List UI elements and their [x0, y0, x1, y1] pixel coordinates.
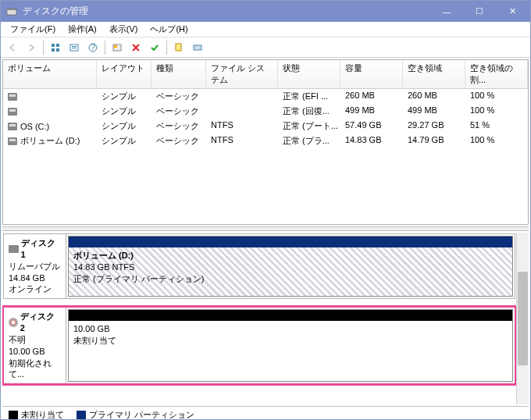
separator	[166, 41, 167, 55]
maximize-button[interactable]: ☐	[463, 1, 496, 22]
partition[interactable]: ボリューム (D:)14.83 GB NTFS正常 (プライマリ パーティション…	[68, 236, 513, 297]
col-type[interactable]: 種類	[151, 60, 206, 88]
disk-icon	[8, 137, 17, 145]
disk-row[interactable]: ディスク 1リムーバブル14.84 GBオンラインボリューム (D:)14.83…	[3, 233, 515, 299]
partition-body: ボリューム (D:)14.83 GB NTFS正常 (プライマリ パーティション…	[69, 247, 512, 296]
scrollbar[interactable]	[516, 233, 529, 404]
menubar: ファイル(F) 操作(A) 表示(V) ヘルプ(H)	[1, 22, 530, 37]
action1-button[interactable]	[170, 39, 187, 56]
table-row[interactable]: シンプルベーシック正常 (回復...499 MB499 MB100 %	[3, 104, 528, 119]
partition[interactable]: 10.00 GB未割り当て	[68, 309, 513, 382]
col-status[interactable]: 状態	[278, 60, 340, 88]
window-title: ディスクの管理	[23, 5, 430, 18]
svg-text:?: ?	[91, 42, 95, 52]
titlebar: ディスクの管理 — ☐ ✕	[1, 1, 530, 22]
minimize-button[interactable]: —	[430, 1, 463, 22]
disk-icon	[8, 108, 17, 116]
svg-rect-7	[72, 46, 77, 47]
legend: 未割り当て プライマリ パーティション	[2, 406, 529, 420]
disk-type-icon	[9, 245, 19, 253]
table-header: ボリューム レイアウト 種類 ファイル システム 状態 容量 空き領域 空き領域…	[3, 60, 528, 89]
svg-rect-3	[56, 44, 59, 47]
back-button	[4, 39, 21, 56]
legend-primary: プライマリ パーティション	[77, 409, 194, 420]
svg-rect-2	[52, 44, 55, 47]
col-capacity[interactable]: 容量	[340, 60, 403, 88]
table-row[interactable]: OS (C:)シンプルベーシックNTFS正常 (ブート...57.49 GB29…	[3, 119, 528, 133]
svg-rect-5	[56, 48, 59, 52]
volume-table[interactable]: ボリューム レイアウト 種類 ファイル システム 状態 容量 空き領域 空き領域…	[2, 59, 529, 225]
separator	[105, 41, 105, 55]
svg-rect-14	[194, 45, 201, 50]
legend-unallocated: 未割り当て	[9, 409, 64, 420]
svg-rect-12	[114, 45, 117, 48]
app-icon	[5, 5, 18, 18]
disk-info: ディスク 2不明10.00 GB初期化されて...	[4, 308, 66, 383]
svg-rect-13	[176, 44, 181, 51]
view-button[interactable]	[47, 39, 64, 56]
settings-button[interactable]	[109, 39, 126, 56]
disk-graphical-view: ディスク 1リムーバブル14.84 GBオンラインボリューム (D:)14.83…	[2, 233, 529, 404]
close-button[interactable]: ✕	[496, 1, 529, 22]
col-free[interactable]: 空き領域	[403, 60, 465, 88]
col-volume[interactable]: ボリューム	[3, 60, 97, 88]
separator	[43, 41, 44, 55]
partition-body: 10.00 GB未割り当て	[69, 321, 512, 381]
help2-button[interactable]: ?	[84, 39, 102, 56]
delete-button[interactable]	[127, 39, 144, 56]
col-freepct[interactable]: 空き領域の割...	[465, 60, 528, 88]
svg-rect-1	[7, 9, 16, 10]
check-button[interactable]	[146, 39, 163, 56]
disk-row[interactable]: ディスク 2不明10.00 GB初期化されて...10.00 GB未割り当て	[3, 307, 515, 384]
menu-file[interactable]: ファイル(F)	[4, 22, 62, 37]
scrollbar-thumb[interactable]	[518, 272, 528, 365]
col-layout[interactable]: レイアウト	[97, 60, 151, 88]
table-row[interactable]: シンプルベーシック正常 (EFI ...260 MB260 MB100 %	[3, 89, 528, 104]
refresh-button[interactable]	[66, 39, 83, 56]
partition-header	[69, 237, 512, 247]
disk-type-icon	[9, 318, 18, 327]
disk-info: ディスク 1リムーバブル14.84 GBオンライン	[4, 234, 66, 298]
table-row[interactable]: ボリューム (D:)シンプルベーシックNTFS正常 (プラ...14.83 GB…	[3, 133, 528, 148]
menu-view[interactable]: 表示(V)	[103, 22, 144, 37]
menu-action[interactable]: 操作(A)	[62, 22, 103, 37]
toolbar: ?	[1, 37, 530, 58]
disk-icon	[8, 93, 17, 101]
col-filesystem[interactable]: ファイル システム	[206, 60, 278, 88]
splitter[interactable]	[2, 226, 529, 231]
forward-button	[23, 39, 40, 56]
svg-rect-4	[52, 48, 55, 52]
action2-button[interactable]	[189, 39, 206, 56]
partition-header	[69, 310, 512, 321]
menu-help[interactable]: ヘルプ(H)	[144, 22, 194, 37]
disk-icon	[8, 123, 17, 130]
svg-rect-8	[72, 48, 77, 48]
